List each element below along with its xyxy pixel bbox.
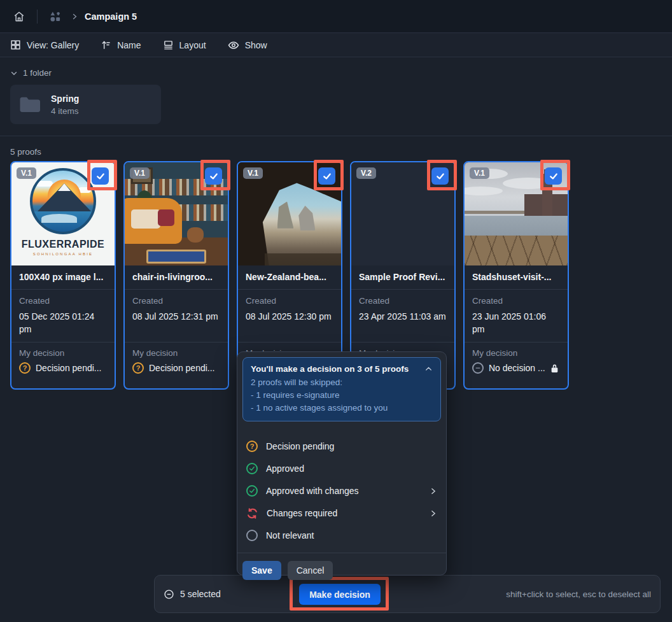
layout-icon: [163, 39, 174, 50]
section-divider: [0, 136, 672, 136]
folder-section-header[interactable]: 1 folder: [10, 68, 52, 78]
topbar-divider: [37, 10, 38, 24]
proof-title[interactable]: 100X40 px image l...: [11, 265, 115, 290]
created-value: 23 Apr 2025 11:03 am: [359, 310, 447, 323]
view-gallery-label: View: Gallery: [27, 40, 79, 50]
option-label: Approved: [266, 463, 304, 474]
folder-card-spring[interactable]: Spring 4 items: [10, 85, 161, 124]
home-icon[interactable]: [10, 8, 28, 25]
proof-checkbox[interactable]: [92, 167, 109, 185]
version-badge: V.1: [130, 167, 150, 179]
make-decision-popup: You'll make a decision on 3 of 5 proofs …: [237, 351, 447, 576]
created-section: Created 05 Dec 2025 01:24 pm: [11, 290, 115, 343]
decision-label: My decision: [19, 348, 107, 358]
folder-text: Spring 4 items: [51, 94, 79, 116]
option-not-relevant[interactable]: Not relevant: [237, 525, 446, 547]
proof-checkbox[interactable]: [545, 167, 562, 185]
decision-pending-icon: ?: [132, 362, 144, 374]
created-label: Created: [246, 296, 333, 306]
breadcrumb-campaign[interactable]: Campaign 5: [85, 11, 137, 22]
decision-options-list: ? Decision pending Approved Approved wit…: [237, 428, 446, 547]
chevron-down-icon: [10, 69, 18, 77]
no-decision-icon: [472, 362, 484, 374]
popup-footer: Save Cancel: [237, 553, 446, 580]
grid-view-icon: [10, 39, 21, 50]
created-section: Created 08 Jul 2025 12:31 pm: [125, 290, 228, 343]
decision-label: My decision: [472, 348, 560, 358]
proof-checkbox[interactable]: [318, 167, 335, 185]
approved-check-icon: [246, 463, 258, 474]
not-relevant-circle-icon: [246, 530, 258, 541]
proofing-app: { "topbar": { "breadcrumb": "Campaign 5"…: [0, 0, 672, 622]
folder-icon: [19, 94, 42, 115]
folder-name: Spring: [51, 94, 79, 104]
proof-checkbox[interactable]: [205, 167, 222, 185]
created-label: Created: [132, 296, 220, 306]
created-section: Created 23 Jun 2025 01:06 pm: [465, 290, 568, 343]
option-approved-with-changes[interactable]: Approved with changes: [237, 480, 446, 502]
view-toolbar: View: Gallery Name Layout Show: [0, 33, 672, 57]
top-bar: Campaign 5: [0, 0, 672, 33]
skipped-reason-no-stage: - 1 no active stages assigned to you: [251, 402, 433, 414]
folder-count-label: 1 folder: [23, 68, 52, 78]
created-value: 05 Dec 2025 01:24 pm: [19, 310, 107, 336]
proof-title[interactable]: New-Zealand-bea...: [238, 265, 341, 290]
created-label: Created: [472, 296, 560, 306]
created-label: Created: [19, 296, 107, 306]
decision-value: Decision pendi...: [36, 363, 102, 373]
skipped-summary-line: 2 proofs will be skipped:: [251, 377, 433, 388]
sort-by-name-control[interactable]: Name: [101, 39, 141, 50]
show-label: Show: [245, 40, 267, 50]
cancel-button[interactable]: Cancel: [288, 561, 333, 580]
lock-icon: [550, 364, 559, 373]
make-decision-button[interactable]: Make decision: [299, 584, 381, 605]
option-approved[interactable]: Approved: [237, 458, 446, 480]
option-changes-required[interactable]: Changes required: [237, 502, 446, 525]
logo-circle-graphic: [30, 168, 96, 234]
eye-icon: [228, 39, 239, 51]
decision-summary-box[interactable]: You'll make a decision on 3 of 5 proofs …: [242, 357, 441, 421]
chevron-right-icon: [429, 509, 437, 518]
proof-card-2[interactable]: V.1 chair-in-livingroo... Created 08 Jul…: [123, 161, 229, 390]
proof-title[interactable]: Stadshuset-visit-...: [465, 265, 568, 290]
changes-required-icon: [246, 507, 258, 520]
proof-checkbox[interactable]: [431, 167, 449, 185]
proof-card-5[interactable]: V.1 Stadshuset-visit-... Created 23 Jun …: [463, 161, 569, 390]
proof-card-1[interactable]: FLUXERRAPIDE SOHNILONGAA HBIE V.1 100X40…: [10, 161, 116, 390]
decision-section: My decision No decision ...: [465, 343, 568, 388]
option-label: Changes required: [267, 508, 337, 518]
created-label: Created: [359, 296, 447, 306]
option-label: Approved with changes: [266, 486, 359, 496]
folder-items-count: 4 items: [51, 106, 79, 116]
selected-count-group[interactable]: 5 selected: [164, 589, 221, 600]
selected-count-label: 5 selected: [180, 589, 221, 599]
projects-shapes-icon[interactable]: [46, 8, 64, 25]
option-label: Decision pending: [266, 441, 334, 451]
breadcrumb-chevron-icon: [71, 13, 78, 20]
selection-bar: 5 selected Make decision shift+click to …: [154, 575, 661, 613]
option-decision-pending[interactable]: ? Decision pending: [237, 435, 446, 458]
proof-title[interactable]: chair-in-livingroo...: [125, 265, 228, 290]
sort-name-label: Name: [117, 40, 141, 50]
logo-subtitle-text: SOHNILONGAA HBIE: [33, 252, 94, 256]
proof-title[interactable]: Sample Proof Revi...: [351, 265, 454, 290]
created-section: Created 08 Jul 2025 12:30 pm: [238, 290, 341, 343]
version-badge: V.1: [470, 167, 489, 179]
decision-pending-icon: ?: [19, 362, 31, 374]
created-value: 08 Jul 2025 12:31 pm: [132, 310, 220, 323]
option-label: Not relevant: [266, 530, 314, 541]
chevron-up-icon[interactable]: [424, 365, 433, 373]
decision-value: Decision pendi...: [149, 363, 215, 373]
show-control[interactable]: Show: [228, 39, 267, 51]
view-gallery-control[interactable]: View: Gallery: [10, 39, 79, 50]
created-section: Created 23 Apr 2025 11:03 am: [351, 290, 454, 343]
sort-ascending-icon: [101, 39, 111, 50]
version-badge: V.1: [243, 167, 263, 179]
skipped-reason-esignature: - 1 requires e-signature: [251, 390, 433, 401]
decision-section: My decision ? Decision pendi...: [125, 343, 228, 388]
created-value: 23 Jun 2025 01:06 pm: [472, 310, 560, 336]
version-badge: V.1: [17, 167, 36, 179]
deselect-circle-minus-icon[interactable]: [164, 589, 174, 600]
layout-control[interactable]: Layout: [163, 39, 206, 50]
save-button[interactable]: Save: [242, 561, 281, 580]
